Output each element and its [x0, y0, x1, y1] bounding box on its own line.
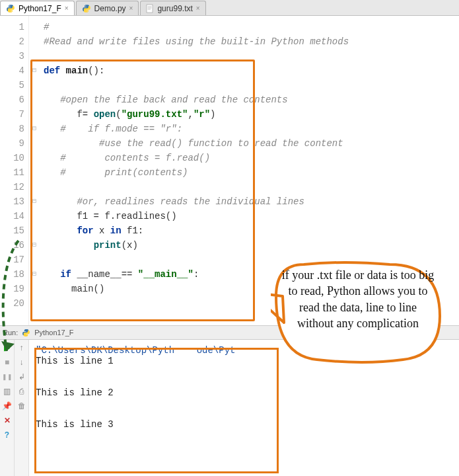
line-number: 4 [0, 63, 24, 78]
fold-marker [29, 253, 40, 267]
code-line[interactable]: f1 = f.readlines() [44, 209, 459, 223]
run-icon[interactable]: ▶ [2, 342, 13, 353]
print-icon[interactable]: ⎙ [17, 386, 27, 397]
fold-marker[interactable]: ⊟ [29, 122, 40, 136]
code-line[interactable]: for x in f1: [44, 223, 459, 238]
line-number: 10 [0, 151, 24, 165]
fold-marker [29, 20, 40, 34]
annotation-callout-text: if your .txt file or data is too big to … [280, 267, 436, 331]
run-console: ▶ ■ ❚❚ ▥ 📌 ✕ ? ↑ ↓ ↲ ⎙ 🗑 "C:\Users\DK\De… [0, 340, 459, 476]
tab-label: Demo.py [94, 4, 126, 13]
line-number-gutter: 1234567891011121314151617181920 [0, 16, 29, 325]
tab-guru99[interactable]: guru99.txt × [140, 1, 205, 15]
tab-demo[interactable]: Demo.py × [76, 1, 139, 15]
line-number: 6 [0, 93, 24, 107]
line-number: 19 [0, 282, 24, 296]
line-number: 14 [0, 209, 24, 223]
pin-icon[interactable]: 📌 [2, 401, 13, 411]
code-line[interactable]: def main(): [44, 63, 459, 78]
line-number: 12 [0, 180, 24, 194]
stop-icon[interactable]: ■ [2, 357, 13, 368]
up-icon[interactable]: ↑ [17, 342, 27, 353]
code-line[interactable]: #use the read() function to read the con… [44, 136, 459, 151]
tab-python17f[interactable]: Python17_F × [0, 1, 75, 15]
close-icon[interactable]: ✕ [2, 415, 13, 426]
console-line [36, 366, 452, 377]
python-icon [6, 4, 15, 13]
console-line: This is line 1 [36, 356, 452, 366]
tab-label: Python17_F [18, 4, 61, 13]
fold-marker [29, 93, 40, 107]
line-number: 18 [0, 267, 24, 282]
fold-marker [29, 107, 40, 122]
wrap-icon[interactable]: ↲ [17, 372, 27, 382]
run-target: Python17_F [34, 329, 73, 337]
code-line[interactable] [44, 180, 459, 194]
console-line [36, 398, 452, 409]
pause-icon[interactable]: ❚❚ [2, 372, 13, 382]
fold-marker [29, 78, 40, 93]
line-number: 7 [0, 107, 24, 122]
code-line[interactable]: # contents = f.read() [44, 151, 459, 165]
line-number: 15 [0, 223, 24, 238]
help-icon[interactable]: ? [2, 430, 13, 440]
code-line[interactable]: #or, readlines reads the individual line… [44, 194, 459, 209]
console-toolbar-left2: ↑ ↓ ↲ ⎙ 🗑 [15, 340, 29, 476]
code-line[interactable]: #open the file back and read the content… [44, 93, 459, 107]
line-number: 20 [0, 296, 24, 311]
line-number: 3 [0, 49, 24, 63]
console-line: This is line 2 [36, 387, 452, 398]
console-line [36, 409, 452, 419]
tab-label: guru99.txt [157, 4, 192, 13]
fold-marker[interactable]: ⊟ [29, 267, 40, 282]
close-icon[interactable]: × [129, 5, 133, 12]
code-line[interactable]: # [44, 20, 459, 34]
trash-icon[interactable]: 🗑 [17, 401, 27, 411]
fold-marker [29, 151, 40, 165]
line-number: 17 [0, 253, 24, 267]
console-path: "C:\Users\DK\Desktop\Pyth ode\Pyt [36, 345, 452, 356]
fold-marker [29, 223, 40, 238]
code-line[interactable]: f= open("guru99.txt","r") [44, 107, 459, 122]
close-icon[interactable]: × [196, 5, 200, 12]
code-line[interactable]: # if f.mode == "r": [44, 122, 459, 136]
text-file-icon [146, 4, 154, 13]
fold-marker[interactable]: ⊟ [29, 238, 40, 253]
run-label: Run: [3, 329, 18, 337]
fold-marker[interactable]: ⊟ [29, 194, 40, 209]
line-number: 13 [0, 194, 24, 209]
line-number: 11 [0, 165, 24, 180]
editor-tabs: Python17_F × Demo.py × guru99.txt × [0, 0, 459, 16]
line-number: 5 [0, 78, 24, 93]
line-number: 9 [0, 136, 24, 151]
line-number: 8 [0, 122, 24, 136]
fold-marker[interactable]: ⊟ [29, 63, 40, 78]
svg-rect-0 [147, 5, 153, 13]
line-number: 16 [0, 238, 24, 253]
python-icon [22, 329, 30, 337]
fold-marker [29, 296, 40, 311]
console-toolbar-left: ▶ ■ ❚❚ ▥ 📌 ✕ ? [0, 340, 15, 476]
code-line[interactable]: print(x) [44, 238, 459, 253]
fold-marker [29, 180, 40, 194]
fold-marker [29, 34, 40, 49]
fold-gutter[interactable]: ⊟ ⊟ ⊟ ⊟ ⊟ [29, 16, 40, 325]
fold-marker [29, 136, 40, 151]
close-icon[interactable]: × [65, 5, 69, 12]
code-line[interactable] [44, 253, 459, 267]
code-line[interactable]: # print(contents) [44, 165, 459, 180]
line-number: 1 [0, 20, 24, 34]
code-line[interactable] [44, 78, 459, 93]
console-output[interactable]: "C:\Users\DK\Desktop\Pyth ode\PytThis is… [29, 340, 459, 476]
fold-marker [29, 49, 40, 63]
console-line [36, 377, 452, 387]
code-line[interactable]: #Read and write files using the built-in… [44, 34, 459, 49]
fold-marker [29, 282, 40, 296]
console-line: This is line 3 [36, 419, 452, 430]
down-icon[interactable]: ↓ [17, 357, 27, 368]
python-icon [82, 4, 91, 13]
line-number: 2 [0, 34, 24, 49]
code-line[interactable] [44, 49, 459, 63]
fold-marker [29, 165, 40, 180]
layout-icon[interactable]: ▥ [2, 386, 13, 397]
